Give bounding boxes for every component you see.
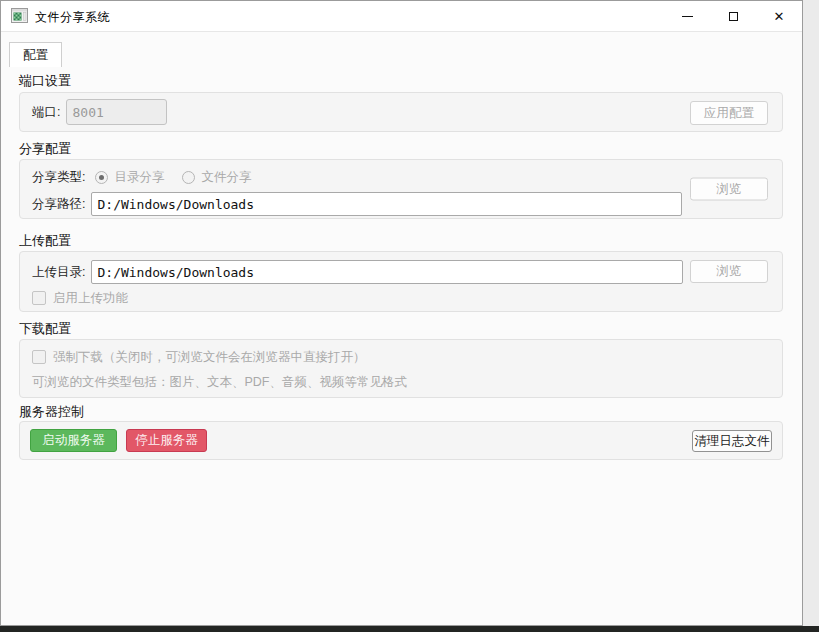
upload-dir-label: 上传目录: bbox=[32, 264, 85, 281]
apply-config-button[interactable]: 应用配置 bbox=[690, 101, 768, 125]
stop-server-button[interactable]: 停止服务器 bbox=[126, 429, 207, 452]
desktop-background-bottom bbox=[0, 626, 819, 632]
tab-config[interactable]: 配置 bbox=[9, 42, 62, 67]
radio-directory-share-label: 目录分享 bbox=[114, 169, 164, 186]
port-section-heading: 端口设置 bbox=[19, 72, 71, 90]
share-browse-button[interactable]: 浏览 bbox=[690, 178, 768, 201]
screen: 文件分享系统 ✕ 配置 控制台 关于 端口设置 端口: 应用配置 bbox=[0, 0, 819, 632]
enable-upload-label: 启用上传功能 bbox=[53, 290, 128, 307]
upload-section-heading: 上传配置 bbox=[19, 232, 71, 250]
window-controls: ✕ bbox=[664, 1, 802, 32]
share-path-label: 分享路径: bbox=[32, 196, 85, 213]
share-path-input[interactable] bbox=[91, 192, 682, 216]
port-label: 端口: bbox=[32, 104, 60, 121]
minimize-button[interactable] bbox=[664, 1, 710, 32]
share-groupbox: 分享类型: 目录分享 文件分享 分享路径: 浏览 bbox=[19, 159, 783, 219]
clear-log-button[interactable]: 清理日志文件 bbox=[692, 430, 772, 452]
download-section-heading: 下载配置 bbox=[19, 320, 71, 338]
app-window: 文件分享系统 ✕ 配置 控制台 关于 端口设置 端口: 应用配置 bbox=[0, 0, 803, 626]
share-section-heading: 分享配置 bbox=[19, 140, 71, 158]
maximize-button[interactable] bbox=[710, 1, 756, 32]
minimize-icon bbox=[682, 16, 693, 17]
port-groupbox: 端口: 应用配置 bbox=[19, 92, 783, 132]
app-icon bbox=[11, 8, 28, 25]
config-panel: 端口设置 端口: 应用配置 分享配置 分享类型: 目录分享 文件分享 bbox=[1, 33, 802, 625]
maximize-icon bbox=[729, 12, 738, 21]
close-icon: ✕ bbox=[774, 10, 785, 23]
window-title: 文件分享系统 bbox=[35, 9, 110, 26]
download-groupbox: 强制下载（关闭时，可浏览文件会在浏览器中直接打开） 可浏览的文件类型包括：图片、… bbox=[19, 339, 783, 398]
force-download-checkbox[interactable] bbox=[32, 350, 46, 364]
upload-groupbox: 上传目录: 浏览 启用上传功能 bbox=[19, 251, 783, 312]
radio-file-share-label: 文件分享 bbox=[201, 169, 251, 186]
radio-directory-share[interactable] bbox=[95, 171, 108, 184]
titlebar: 文件分享系统 ✕ bbox=[1, 1, 802, 32]
port-input[interactable] bbox=[66, 99, 167, 125]
server-section-heading: 服务器控制 bbox=[19, 403, 84, 421]
browsable-types-note: 可浏览的文件类型包括：图片、文本、PDF、音频、视频等常见格式 bbox=[32, 374, 407, 391]
start-server-button[interactable]: 启动服务器 bbox=[30, 429, 117, 452]
enable-upload-checkbox[interactable] bbox=[32, 291, 46, 305]
share-type-label: 分享类型: bbox=[32, 169, 85, 186]
force-download-label: 强制下载（关闭时，可浏览文件会在浏览器中直接打开） bbox=[53, 349, 366, 366]
close-button[interactable]: ✕ bbox=[756, 1, 802, 32]
server-groupbox: 启动服务器 停止服务器 清理日志文件 bbox=[19, 421, 783, 460]
upload-dir-input[interactable] bbox=[91, 260, 683, 284]
desktop-background-right bbox=[803, 0, 819, 626]
upload-browse-button[interactable]: 浏览 bbox=[690, 260, 768, 283]
radio-file-share[interactable] bbox=[182, 171, 195, 184]
